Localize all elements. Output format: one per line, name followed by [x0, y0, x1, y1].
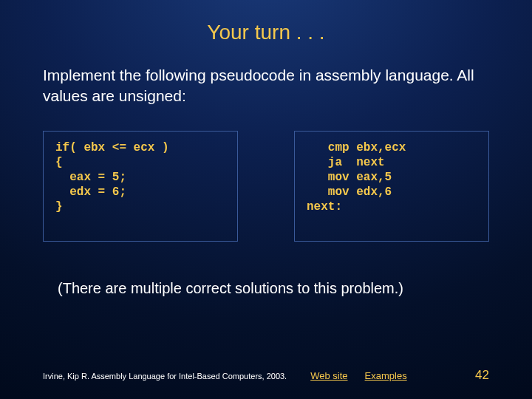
slide-intro: Implement the following pseudocode in as…: [43, 65, 489, 107]
code-boxes: if( ebx <= ecx ) { eax = 5; edx = 6; } c…: [43, 131, 489, 242]
slide-footer: Irvine, Kip R. Assembly Language for Int…: [0, 368, 532, 383]
footer-links: Web site Examples: [303, 370, 414, 381]
footer-citation: Irvine, Kip R. Assembly Language for Int…: [43, 372, 287, 381]
slide-title: Your turn . . .: [0, 0, 532, 44]
slide-note: (There are multiple correct solutions to…: [58, 280, 489, 297]
pseudocode-box: if( ebx <= ecx ) { eax = 5; edx = 6; }: [43, 131, 238, 242]
examples-link[interactable]: Examples: [365, 370, 407, 381]
assembly-box: cmp ebx,ecx ja next mov eax,5 mov edx,6 …: [294, 131, 489, 242]
website-link[interactable]: Web site: [310, 370, 347, 381]
page-number: 42: [475, 368, 489, 383]
